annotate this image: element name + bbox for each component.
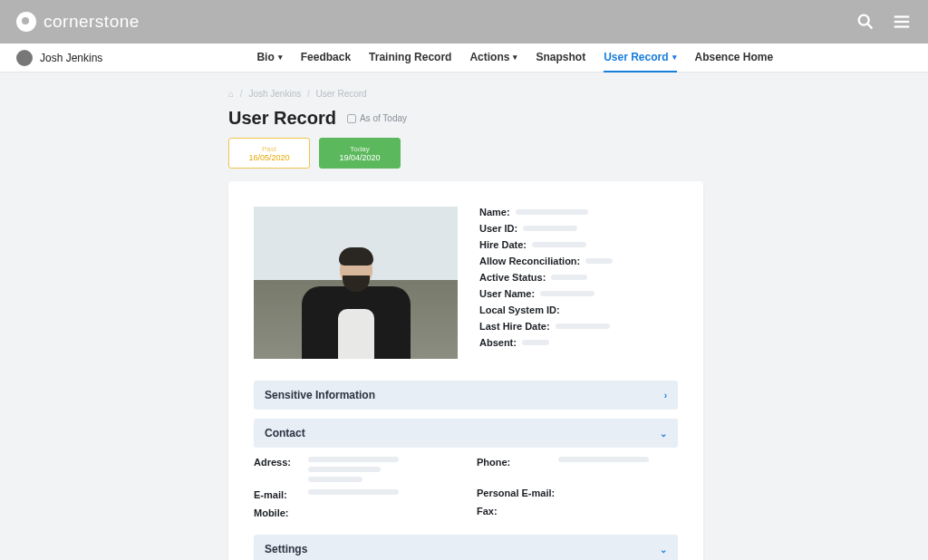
field-label: Active Status:: [479, 272, 546, 283]
search-icon[interactable]: [856, 12, 875, 32]
pill-label: Past: [262, 145, 276, 153]
date-pill-today[interactable]: Today 19/04/2020: [319, 138, 401, 169]
nav-label: Bio: [256, 51, 274, 63]
redacted-value: [540, 291, 594, 296]
redacted-value: [516, 209, 588, 215]
hamburger-menu-icon[interactable]: [892, 12, 912, 32]
redacted-value: [585, 258, 613, 264]
accordion-contact[interactable]: Contact ⌄: [254, 419, 678, 448]
redacted-value: [558, 457, 649, 462]
pill-label: Today: [350, 145, 369, 153]
avatar[interactable]: [16, 50, 33, 66]
field-label: User ID:: [479, 223, 517, 234]
redacted-value: [308, 457, 399, 462]
redacted-value: [308, 477, 362, 482]
field-label: Phone:: [477, 457, 558, 468]
brand-logo-icon: [16, 12, 36, 32]
field-label: User Name:: [479, 288, 535, 299]
field-label: Allow Reconciliation:: [479, 256, 580, 266]
field-label: Personal E-mail:: [477, 488, 558, 498]
field-label: Hire Date:: [479, 239, 527, 250]
nav-label: User Record: [604, 51, 668, 63]
profile-photo: [254, 207, 458, 359]
field-label: Last Hire Date:: [479, 321, 550, 332]
nav-label: Snapshot: [536, 51, 585, 63]
pill-date: 19/04/2020: [339, 153, 380, 162]
chevron-down-icon: ⌄: [660, 429, 667, 439]
field-label: Local System ID:: [479, 304, 560, 315]
redacted-value: [308, 489, 399, 495]
page-title: User Record: [228, 108, 336, 129]
as-of-label: As of Today: [347, 113, 407, 123]
nav-actions[interactable]: Actions▾: [469, 43, 517, 72]
nav-feedback[interactable]: Feedback: [301, 43, 351, 72]
redacted-value: [522, 340, 549, 345]
field-label: Adress:: [254, 457, 308, 468]
redacted-value: [532, 242, 586, 247]
accordion-label: Sensitive Information: [265, 389, 375, 401]
nav-absence-home[interactable]: Absence Home: [695, 43, 774, 72]
breadcrumb-item[interactable]: Josh Jenkins: [248, 89, 301, 99]
svg-line-1: [867, 24, 872, 28]
contact-fields: Adress: E-mail: Mobile: Phone: Personal …: [254, 457, 678, 526]
accordion-label: Settings: [265, 543, 307, 555]
redacted-value: [551, 275, 587, 280]
nav-label: Absence Home: [695, 51, 774, 63]
redacted-value: [523, 226, 577, 231]
nav-training-record[interactable]: Training Record: [369, 43, 451, 72]
svg-point-0: [859, 15, 869, 25]
nav-label: Training Record: [369, 51, 451, 63]
breadcrumb-item: User Record: [316, 89, 367, 99]
chevron-down-icon: ⌄: [660, 545, 667, 555]
date-pill-past[interactable]: Past 16/05/2020: [228, 138, 310, 169]
topbar: cornerstone: [0, 0, 928, 43]
chevron-down-icon: ▾: [672, 53, 677, 62]
chevron-down-icon: ▾: [278, 53, 283, 62]
field-label: E-mail:: [254, 489, 308, 500]
breadcrumb: ⌂ / Josh Jenkins / User Record: [228, 89, 928, 99]
accordion-sensitive-information[interactable]: Sensitive Information ›: [254, 381, 678, 410]
field-label: Fax:: [477, 506, 558, 517]
field-label: Absent:: [479, 337, 517, 348]
nav-bio[interactable]: Bio▾: [256, 43, 282, 72]
user-record-card: Name: User ID: Hire Date: Allow Reconcil…: [228, 181, 703, 560]
current-user-name: Josh Jenkins: [40, 52, 102, 64]
navbar: Josh Jenkins Bio▾ Feedback Training Reco…: [0, 43, 928, 72]
brand-label: cornerstone: [44, 12, 140, 32]
profile-fields: Name: User ID: Hire Date: Allow Reconcil…: [479, 207, 678, 359]
brand[interactable]: cornerstone: [16, 12, 140, 32]
as-of-text: As of Today: [360, 113, 407, 123]
redacted-value: [308, 467, 381, 472]
nav-label: Actions: [469, 51, 509, 63]
nav-snapshot[interactable]: Snapshot: [536, 43, 585, 72]
accordion-label: Contact: [265, 427, 305, 439]
calendar-icon: [347, 114, 356, 123]
field-label: Name:: [479, 207, 510, 217]
nav-label: Feedback: [301, 51, 351, 63]
redacted-value: [556, 323, 610, 329]
accordion-settings[interactable]: Settings ⌄: [254, 535, 678, 560]
nav-user-record[interactable]: User Record▾: [604, 43, 676, 72]
field-label: Mobile:: [254, 507, 308, 518]
home-icon[interactable]: ⌂: [228, 89, 234, 99]
chevron-down-icon: ▾: [513, 53, 517, 62]
chevron-right-icon: ›: [664, 391, 667, 401]
pill-date: 16/05/2020: [248, 153, 289, 162]
content: ⌂ / Josh Jenkins / User Record User Reco…: [0, 72, 928, 560]
